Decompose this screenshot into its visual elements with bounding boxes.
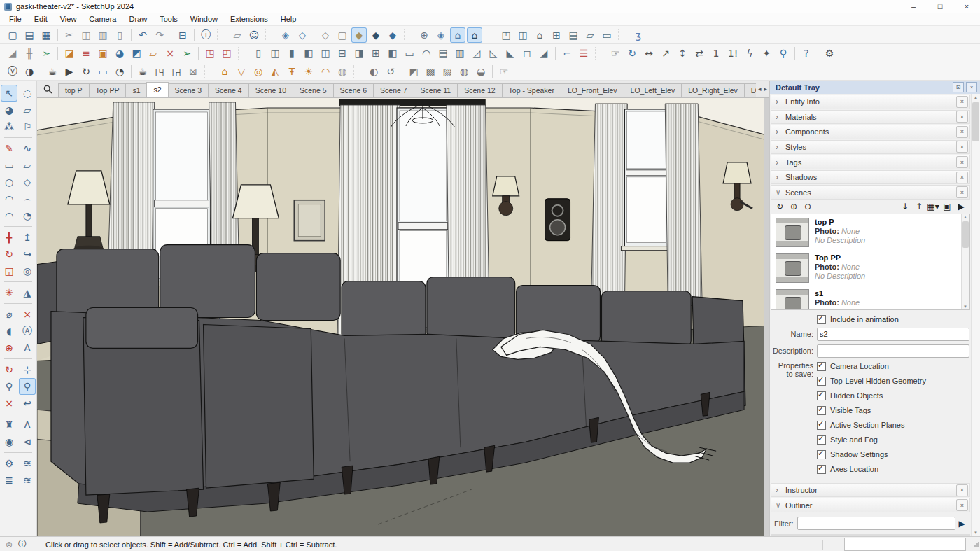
tray-section-entity-info[interactable]: › Entity Info × <box>771 95 970 109</box>
credits-info-icon[interactable]: ⓘ <box>18 538 27 550</box>
prop-visible-tags-checkbox[interactable] <box>817 406 826 415</box>
tape-measure-icon[interactable]: ⌀ <box>1 306 18 323</box>
menu-view[interactable]: View <box>54 13 83 25</box>
window-double-icon[interactable]: ◨ <box>351 46 367 61</box>
window-arch-icon[interactable]: ◠ <box>419 46 434 61</box>
view-options-icon[interactable]: ▦▾ <box>927 200 939 213</box>
look-around-icon[interactable]: ◉ <box>1 433 18 450</box>
scene-tab-scene-11[interactable]: Scene 11 <box>414 83 458 97</box>
style-hidden-line-icon[interactable]: ▢ <box>335 27 350 43</box>
split-tool-icon[interactable]: × <box>162 46 178 61</box>
outliner-details-arrow-icon[interactable]: ▶ <box>955 519 968 529</box>
line-icon[interactable]: ✎ <box>1 140 18 157</box>
window-single-icon[interactable]: ◫ <box>318 46 333 61</box>
viewport-canvas[interactable] <box>37 98 769 536</box>
three-point-arc-icon[interactable]: ◠ <box>1 207 18 224</box>
rectangle-icon[interactable]: ▭ <box>1 157 18 174</box>
menu-window[interactable]: Window <box>184 13 224 25</box>
paint-bucket-icon[interactable]: ◕ <box>1 102 18 118</box>
maximize-button[interactable]: □ <box>927 0 953 13</box>
scene-tab-lo-front-elev[interactable]: LO_Front_Elev <box>561 83 624 97</box>
crown-molding-tool-icon[interactable]: ◢ <box>5 46 20 61</box>
scene-tab-scene-12[interactable]: Scene 12 <box>457 83 502 97</box>
3d-text-icon[interactable]: A <box>19 340 36 356</box>
window-shutter-icon[interactable]: ▤ <box>435 46 451 61</box>
roof-flat-icon[interactable]: ◻ <box>519 46 535 61</box>
prop-top-level-hidden-geometry-checkbox[interactable] <box>817 377 826 386</box>
tray-section-styles[interactable]: › Styles × <box>771 140 970 155</box>
style-monochrome-icon[interactable]: ◆ <box>385 27 400 43</box>
pan-icon[interactable]: ⊹ <box>19 361 36 378</box>
freehand-icon[interactable]: ∿ <box>19 140 36 157</box>
style-back-edges-icon[interactable]: ◇ <box>295 27 310 43</box>
outliner-filter-input[interactable] <box>797 517 956 530</box>
scene-tab-scene-3[interactable]: Scene 3 <box>168 83 209 97</box>
eraser-icon[interactable]: ▱ <box>19 102 36 118</box>
wall-tool-icon[interactable]: ╫ <box>22 46 37 61</box>
sphere-tool-icon[interactable]: ◕ <box>112 46 127 61</box>
roof-shed-icon[interactable]: ◣ <box>503 46 518 61</box>
section-marker-2-icon[interactable]: ◰ <box>219 46 234 61</box>
orbit-icon[interactable]: ↻ <box>1 361 18 378</box>
section-marker-1-icon[interactable]: ◳ <box>202 46 218 61</box>
wall-panel-tool-icon[interactable]: ◩ <box>129 46 144 61</box>
scene-tab-lo-left-elev[interactable]: LO_Left_Elev <box>624 83 682 97</box>
vray-frame-buffer-icon[interactable]: ▭ <box>95 64 111 79</box>
light-sun-icon[interactable]: ☀ <box>301 64 316 79</box>
paste-icon[interactable]: ▥ <box>95 27 111 43</box>
prop-hidden-objects-checkbox[interactable] <box>817 391 826 400</box>
light-mesh-icon[interactable]: ◍ <box>335 64 350 79</box>
vray-vfb-window-icon[interactable]: ◳ <box>152 64 167 79</box>
roof-hip-icon[interactable]: ◺ <box>486 46 501 61</box>
scenes-list-scrollbar[interactable] <box>961 214 969 309</box>
vray-lock-camera-icon[interactable]: ⊠ <box>186 64 201 79</box>
model-info-icon[interactable]: ⓘ <box>198 27 214 43</box>
undo-icon[interactable]: ↶ <box>135 27 150 43</box>
show-details-icon[interactable]: ▣ <box>941 200 953 213</box>
geolocation-icon[interactable]: ⊚ <box>6 540 13 550</box>
vray-place-asset-icon[interactable]: ☞ <box>496 64 512 79</box>
copy-icon[interactable]: ◫ <box>78 27 94 43</box>
vray-render-cloud-icon[interactable]: ↻ <box>78 64 94 79</box>
arrow-vertical-icon[interactable]: ↕ <box>675 46 690 61</box>
window-sash-icon[interactable]: ⊞ <box>368 46 384 61</box>
section-close-button[interactable]: × <box>956 172 968 183</box>
select-icon[interactable]: ↖ <box>1 85 18 102</box>
extension-layers-icon[interactable]: ≣ <box>1 472 18 489</box>
comp-window-grid-icon[interactable]: ⊞ <box>549 27 564 43</box>
profile-tool-icon[interactable]: ⌐ <box>559 46 575 61</box>
structure-tree-icon[interactable]: ≡ <box>78 46 94 61</box>
view-front-icon[interactable]: ⌂ <box>467 27 482 43</box>
comp-rect-icon[interactable]: ▭ <box>599 27 615 43</box>
prop-camera-location-checkbox[interactable] <box>817 362 826 371</box>
style-shaded-icon[interactable]: ◆ <box>351 27 367 43</box>
new-page-icon[interactable]: ▱ <box>230 27 245 43</box>
two-point-arc-icon[interactable]: ⌢ <box>19 190 36 207</box>
extension-waves-icon[interactable]: ≋ <box>19 455 36 472</box>
window-casement-icon[interactable]: ◧ <box>385 46 400 61</box>
tab-scroll-right-icon[interactable]: ▸ <box>764 85 767 92</box>
move-scene-down-icon[interactable]: ↓ <box>899 200 911 213</box>
tray-section-tags[interactable]: › Tags × <box>771 155 970 169</box>
arc-icon[interactable]: ◠ <box>1 190 18 207</box>
roof-gable-icon[interactable]: ◿ <box>469 46 484 61</box>
flex-tool-icon[interactable]: ➢ <box>179 46 195 61</box>
prop-shadow-settings-checkbox[interactable] <box>817 450 826 459</box>
redo-icon[interactable]: ↷ <box>152 27 167 43</box>
axes-tool-icon[interactable]: ✳ <box>1 284 18 301</box>
tray-header[interactable]: Default Tray ⊡ × <box>770 81 980 94</box>
section-close-button[interactable]: × <box>956 111 968 123</box>
light-dome-icon[interactable]: ◠ <box>318 64 333 79</box>
window-hung-icon[interactable]: ⊟ <box>335 46 350 61</box>
3d-warehouse-icon[interactable]: ʒ <box>631 27 646 43</box>
vray-clipper-icon[interactable]: ◩ <box>406 64 421 79</box>
print-icon[interactable]: ⊟ <box>175 27 190 43</box>
door-panel-icon[interactable]: ▮ <box>284 46 300 61</box>
prop-style-and-fog-checkbox[interactable] <box>817 435 826 445</box>
update-scene-icon[interactable]: ↻ <box>774 200 786 213</box>
quick-tool-icon[interactable]: ϟ <box>742 46 757 61</box>
door-open-icon[interactable]: ◧ <box>301 46 316 61</box>
smart-select-icon[interactable]: ➣ <box>38 46 54 61</box>
lasso-icon[interactable]: ◌ <box>19 85 36 102</box>
menu-file[interactable]: File <box>3 13 28 25</box>
